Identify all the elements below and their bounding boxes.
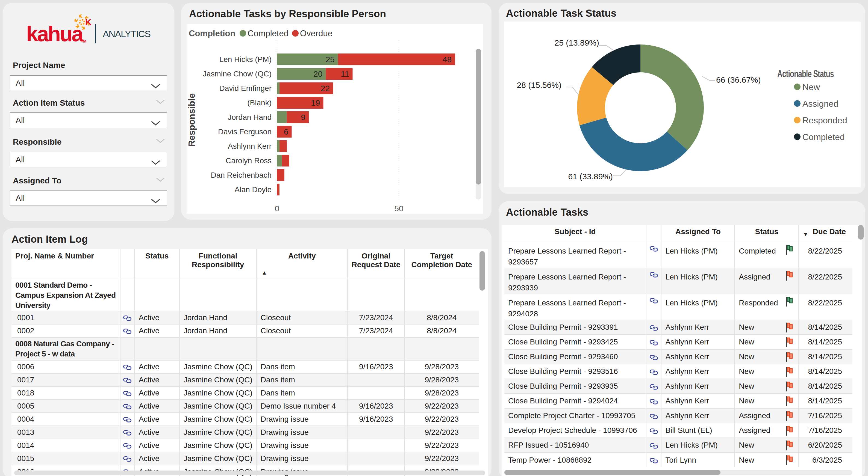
svg-text:Carolyn Ross: Carolyn Ross xyxy=(226,157,272,165)
svg-text:TM: TM xyxy=(81,39,86,43)
svg-text:ANALYTICS: ANALYTICS xyxy=(103,29,151,39)
svg-text:11: 11 xyxy=(341,69,349,78)
svg-text:6: 6 xyxy=(284,127,288,136)
svg-text:0: 0 xyxy=(275,204,279,213)
svg-text:K: K xyxy=(85,17,92,27)
svg-text:Alan Doyle: Alan Doyle xyxy=(235,185,272,194)
svg-text:Davis Ferguson: Davis Ferguson xyxy=(218,128,272,136)
svg-text:48: 48 xyxy=(443,55,452,64)
svg-text:Ashlynn Kerr: Ashlynn Kerr xyxy=(228,142,272,150)
svg-text:Dan Reichenbach: Dan Reichenbach xyxy=(211,171,272,179)
svg-text:20: 20 xyxy=(313,69,322,78)
svg-text:9: 9 xyxy=(301,113,306,122)
svg-text:50: 50 xyxy=(394,204,403,213)
svg-text:Jasmine Chow (QC): Jasmine Chow (QC) xyxy=(203,70,272,78)
svg-text:Responsible: Responsible xyxy=(187,93,197,147)
svg-text:(Blank): (Blank) xyxy=(247,99,272,107)
svg-text:kahua: kahua xyxy=(26,22,84,46)
svg-text:19: 19 xyxy=(311,98,320,107)
svg-text:22: 22 xyxy=(321,84,330,93)
svg-text:Len Hicks (PM): Len Hicks (PM) xyxy=(219,55,272,64)
svg-text:25: 25 xyxy=(326,55,335,64)
svg-text:David Emfinger: David Emfinger xyxy=(219,84,272,93)
svg-text:Jordan Hand: Jordan Hand xyxy=(228,113,272,122)
